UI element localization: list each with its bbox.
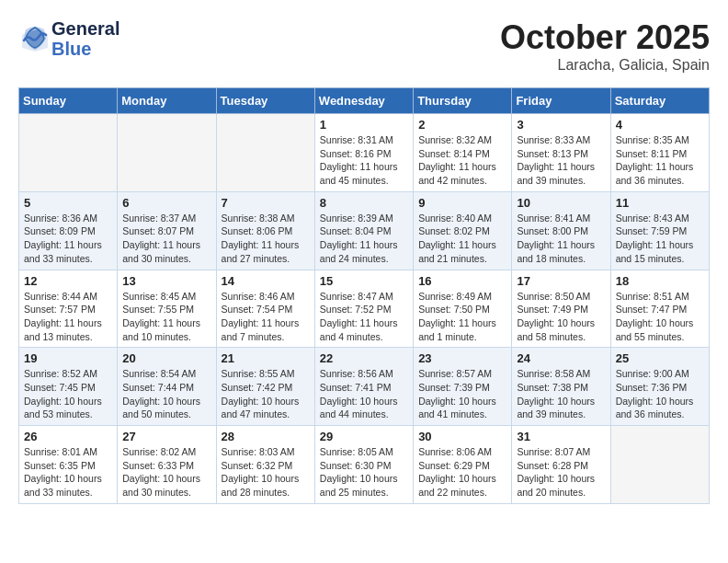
day-number: 15	[320, 274, 408, 288]
day-info: Sunrise: 8:31 AMSunset: 8:16 PMDaylight:…	[320, 133, 408, 188]
calendar-cell	[610, 426, 709, 504]
calendar-cell: 25Sunrise: 9:00 AMSunset: 7:36 PMDayligh…	[610, 348, 709, 426]
day-info: Sunrise: 8:57 AMSunset: 7:39 PMDaylight:…	[418, 367, 506, 421]
calendar-cell: 21Sunrise: 8:55 AMSunset: 7:42 PMDayligh…	[216, 348, 314, 426]
day-info: Sunrise: 8:02 AMSunset: 6:33 PMDaylight:…	[122, 445, 210, 500]
calendar-cell: 1Sunrise: 8:31 AMSunset: 8:16 PMDaylight…	[314, 114, 413, 192]
calendar-cell: 18Sunrise: 8:51 AMSunset: 7:47 PMDayligh…	[610, 270, 709, 348]
day-info: Sunrise: 8:01 AMSunset: 6:35 PMDaylight:…	[24, 445, 112, 500]
day-info: Sunrise: 8:47 AMSunset: 7:52 PMDaylight:…	[320, 290, 408, 344]
calendar-cell: 22Sunrise: 8:56 AMSunset: 7:41 PMDayligh…	[314, 348, 413, 426]
day-number: 29	[320, 430, 408, 443]
day-number: 18	[616, 274, 704, 288]
day-number: 23	[418, 351, 506, 365]
calendar-cell: 14Sunrise: 8:46 AMSunset: 7:54 PMDayligh…	[216, 270, 314, 348]
logo-line1: General	[51, 18, 119, 39]
day-info: Sunrise: 8:54 AMSunset: 7:44 PMDaylight:…	[122, 367, 210, 421]
weekday-header-row: SundayMondayTuesdayWednesdayThursdayFrid…	[19, 88, 710, 114]
calendar-cell: 5Sunrise: 8:36 AMSunset: 8:09 PMDaylight…	[19, 191, 118, 270]
calendar-cell: 15Sunrise: 8:47 AMSunset: 7:52 PMDayligh…	[314, 270, 413, 348]
day-info: Sunrise: 8:32 AMSunset: 8:14 PMDaylight:…	[418, 133, 506, 188]
day-info: Sunrise: 8:03 AMSunset: 6:32 PMDaylight:…	[222, 445, 310, 500]
location: Laracha, Galicia, Spain	[500, 57, 710, 74]
day-info: Sunrise: 8:45 AMSunset: 7:55 PMDaylight:…	[122, 290, 210, 344]
calendar-cell: 17Sunrise: 8:50 AMSunset: 7:49 PMDayligh…	[512, 270, 610, 348]
day-info: Sunrise: 8:41 AMSunset: 8:00 PMDaylight:…	[517, 212, 605, 266]
day-number: 11	[616, 196, 704, 210]
day-number: 14	[222, 274, 310, 288]
weekday-header-tuesday: Tuesday	[216, 88, 314, 114]
calendar-cell: 4Sunrise: 8:35 AMSunset: 8:11 PMDaylight…	[610, 114, 709, 192]
day-info: Sunrise: 8:36 AMSunset: 8:09 PMDaylight:…	[24, 212, 112, 266]
calendar-cell: 2Sunrise: 8:32 AMSunset: 8:14 PMDaylight…	[414, 114, 512, 192]
day-number: 4	[616, 118, 704, 132]
weekday-header-saturday: Saturday	[610, 88, 709, 114]
day-number: 19	[24, 351, 112, 365]
day-number: 8	[320, 196, 408, 210]
calendar-cell: 23Sunrise: 8:57 AMSunset: 7:39 PMDayligh…	[414, 348, 512, 426]
weekday-header-thursday: Thursday	[414, 88, 512, 114]
day-number: 27	[122, 430, 210, 443]
day-info: Sunrise: 8:38 AMSunset: 8:06 PMDaylight:…	[222, 212, 310, 266]
day-number: 7	[222, 196, 310, 210]
logo-icon	[18, 22, 51, 55]
day-number: 9	[418, 196, 506, 210]
day-info: Sunrise: 8:55 AMSunset: 7:42 PMDaylight:…	[222, 367, 310, 421]
calendar-cell: 3Sunrise: 8:33 AMSunset: 8:13 PMDaylight…	[512, 114, 610, 192]
calendar-cell: 26Sunrise: 8:01 AMSunset: 6:35 PMDayligh…	[19, 426, 118, 504]
calendar-cell: 10Sunrise: 8:41 AMSunset: 8:00 PMDayligh…	[512, 191, 610, 270]
calendar-cell: 24Sunrise: 8:58 AMSunset: 7:38 PMDayligh…	[512, 348, 610, 426]
calendar-cell: 19Sunrise: 8:52 AMSunset: 7:45 PMDayligh…	[19, 348, 118, 426]
title-block: October 2025 Laracha, Galicia, Spain	[500, 18, 710, 74]
calendar-cell: 27Sunrise: 8:02 AMSunset: 6:33 PMDayligh…	[118, 426, 216, 504]
day-info: Sunrise: 8:52 AMSunset: 7:45 PMDaylight:…	[24, 367, 112, 421]
calendar-week-row: 5Sunrise: 8:36 AMSunset: 8:09 PMDaylight…	[19, 191, 710, 270]
calendar-cell: 8Sunrise: 8:39 AMSunset: 8:04 PMDaylight…	[314, 191, 413, 270]
day-info: Sunrise: 8:33 AMSunset: 8:13 PMDaylight:…	[517, 133, 605, 188]
day-number: 13	[122, 274, 210, 288]
day-info: Sunrise: 8:50 AMSunset: 7:49 PMDaylight:…	[517, 290, 605, 344]
day-info: Sunrise: 8:46 AMSunset: 7:54 PMDaylight:…	[222, 290, 310, 344]
calendar-cell	[216, 114, 314, 192]
calendar-cell: 9Sunrise: 8:40 AMSunset: 8:02 PMDaylight…	[414, 191, 512, 270]
day-info: Sunrise: 8:39 AMSunset: 8:04 PMDaylight:…	[320, 212, 408, 266]
day-info: Sunrise: 8:51 AMSunset: 7:47 PMDaylight:…	[616, 290, 704, 344]
day-number: 1	[320, 118, 408, 132]
day-number: 3	[517, 118, 605, 132]
calendar-cell: 12Sunrise: 8:44 AMSunset: 7:57 PMDayligh…	[19, 270, 118, 348]
day-info: Sunrise: 9:00 AMSunset: 7:36 PMDaylight:…	[616, 367, 704, 421]
calendar-week-row: 26Sunrise: 8:01 AMSunset: 6:35 PMDayligh…	[19, 426, 710, 504]
day-info: Sunrise: 8:43 AMSunset: 7:59 PMDaylight:…	[616, 212, 704, 266]
calendar-cell: 11Sunrise: 8:43 AMSunset: 7:59 PMDayligh…	[610, 191, 709, 270]
weekday-header-monday: Monday	[118, 88, 216, 114]
day-info: Sunrise: 8:58 AMSunset: 7:38 PMDaylight:…	[517, 367, 605, 421]
day-number: 2	[418, 118, 506, 132]
logo: General Blue	[18, 18, 119, 59]
day-info: Sunrise: 8:05 AMSunset: 6:30 PMDaylight:…	[320, 445, 408, 500]
calendar-cell: 16Sunrise: 8:49 AMSunset: 7:50 PMDayligh…	[414, 270, 512, 348]
day-info: Sunrise: 8:37 AMSunset: 8:07 PMDaylight:…	[122, 212, 210, 266]
day-info: Sunrise: 8:49 AMSunset: 7:50 PMDaylight:…	[418, 290, 506, 344]
day-number: 24	[517, 351, 605, 365]
day-number: 26	[24, 430, 112, 443]
month-title: October 2025	[500, 18, 710, 57]
day-number: 12	[24, 274, 112, 288]
calendar-cell: 30Sunrise: 8:06 AMSunset: 6:29 PMDayligh…	[414, 426, 512, 504]
weekday-header-friday: Friday	[512, 88, 610, 114]
calendar-cell	[19, 114, 118, 192]
calendar-cell: 31Sunrise: 8:07 AMSunset: 6:28 PMDayligh…	[512, 426, 610, 504]
calendar-cell: 13Sunrise: 8:45 AMSunset: 7:55 PMDayligh…	[118, 270, 216, 348]
day-number: 16	[418, 274, 506, 288]
day-number: 6	[122, 196, 210, 210]
calendar-table: SundayMondayTuesdayWednesdayThursdayFrid…	[18, 87, 710, 504]
day-number: 17	[517, 274, 605, 288]
day-number: 25	[616, 351, 704, 365]
weekday-header-sunday: Sunday	[19, 88, 118, 114]
calendar-week-row: 1Sunrise: 8:31 AMSunset: 8:16 PMDaylight…	[19, 114, 710, 192]
day-info: Sunrise: 8:06 AMSunset: 6:29 PMDaylight:…	[418, 445, 506, 500]
calendar-cell: 6Sunrise: 8:37 AMSunset: 8:07 PMDaylight…	[118, 191, 216, 270]
header: General Blue October 2025 Laracha, Galic…	[18, 18, 710, 74]
day-number: 31	[517, 430, 605, 443]
calendar-cell: 29Sunrise: 8:05 AMSunset: 6:30 PMDayligh…	[314, 426, 413, 504]
day-number: 5	[24, 196, 112, 210]
